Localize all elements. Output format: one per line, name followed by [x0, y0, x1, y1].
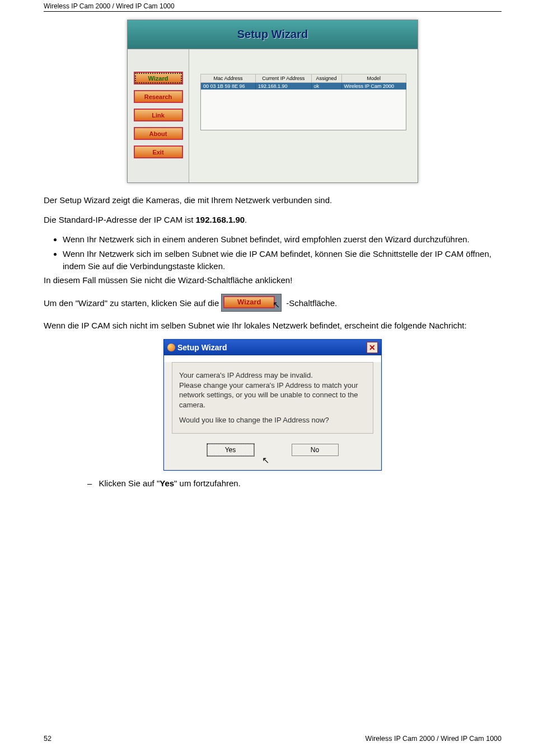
- ip-warning-dialog: Setup Wizard ✕ Your camera's IP Address …: [163, 339, 382, 471]
- text: Um den "Wizard" zu starten, klicken Sie …: [44, 297, 219, 309]
- dialog-message: Your camera's IP Address may be invalid.…: [172, 362, 373, 434]
- text: .: [245, 215, 247, 224]
- close-button[interactable]: ✕: [367, 342, 378, 353]
- wizard-body: Wizard Research Link About Exit Mac Addr…: [127, 49, 418, 183]
- yes-button[interactable]: Yes: [207, 444, 254, 456]
- th-ip: Current IP Address: [256, 74, 312, 83]
- wizard-button[interactable]: Wizard: [223, 296, 275, 308]
- text: Die Standard-IP-Adresse der IP CAM ist: [44, 215, 196, 224]
- sidebar-about-button[interactable]: About: [134, 127, 183, 140]
- camera-table: Mac Address Current IP Address Assigned …: [200, 74, 406, 130]
- sidebar-exit-button[interactable]: Exit: [134, 145, 183, 158]
- paragraph: Der Setup Wizard zeigt die Kameras, die …: [44, 194, 502, 206]
- text: -Schaltfläche.: [286, 297, 337, 309]
- wizard-start-line: Um den "Wizard" zu starten, klicken Sie …: [44, 294, 502, 312]
- cursor-icon: ↖: [262, 455, 269, 466]
- content: Setup Wizard Wizard Research Link About …: [0, 12, 534, 488]
- wizard-main: Mac Address Current IP Address Assigned …: [189, 49, 418, 182]
- bullet-list: Wenn Ihr Netzwerk sich in einem anderen …: [63, 233, 502, 272]
- cell-mac: 00 03 1B 59 8E 96: [201, 83, 256, 90]
- cell-assigned: ok: [311, 83, 341, 90]
- text: Klicken Sie auf ": [99, 478, 160, 488]
- dialog-titlebar: Setup Wizard ✕: [164, 340, 381, 355]
- yes-bold: Yes: [160, 478, 174, 488]
- page-number: 52: [44, 735, 51, 743]
- th-mac: Mac Address: [201, 74, 256, 83]
- footer-text: Wireless IP Cam 2000 / Wired IP Cam 1000: [366, 735, 502, 743]
- sidebar-wizard-button[interactable]: Wizard: [134, 72, 183, 84]
- cell-model: Wireless IP Cam 2000: [341, 83, 406, 90]
- sidebar-link-button[interactable]: Link: [134, 109, 183, 121]
- setup-wizard-window: Setup Wizard Wizard Research Link About …: [127, 20, 418, 183]
- paragraph: Wenn die IP CAM sich nicht im selben Sub…: [44, 320, 502, 331]
- th-assigned: Assigned: [311, 74, 341, 83]
- table-row[interactable]: 00 03 1B 59 8E 96 192.168.1.90 ok Wirele…: [201, 83, 406, 90]
- dialog-line: Your camera's IP Address may be invalid.: [179, 370, 366, 381]
- cursor-icon: ↖: [273, 299, 280, 311]
- dialog-line: Would you like to change the IP Address …: [179, 415, 366, 425]
- th-model: Model: [341, 74, 406, 83]
- dialog-body: Your camera's IP Address may be invalid.…: [164, 362, 381, 470]
- paragraph: Die Standard-IP-Adresse der IP CAM ist 1…: [44, 214, 502, 226]
- app-icon: [167, 344, 175, 351]
- dash-item: Klicken Sie auf "Yes" um fortzufahren.: [99, 478, 502, 488]
- paragraph: In diesem Fall müssen Sie nicht die Wiza…: [44, 274, 502, 286]
- default-ip: 192.168.1.90: [196, 215, 245, 224]
- wizard-sidebar: Wizard Research Link About Exit: [128, 49, 189, 182]
- dialog-line: Please change your camera's IP Address t…: [179, 381, 366, 410]
- dialog-button-row: Yes ↖ No: [164, 440, 381, 470]
- no-button[interactable]: No: [292, 444, 339, 456]
- sidebar-research-button[interactable]: Research: [134, 90, 183, 103]
- close-icon: ✕: [369, 343, 376, 352]
- cell-ip: 192.168.1.90: [256, 83, 312, 90]
- dialog-title: Setup Wizard: [177, 343, 227, 352]
- inline-wizard-button-image: Wizard ↖: [221, 294, 282, 312]
- list-item: Wenn Ihr Netzwerk sich im selben Subnet …: [63, 248, 502, 273]
- wizard-banner: Setup Wizard: [127, 20, 418, 49]
- list-item: Wenn Ihr Netzwerk sich in einem anderen …: [63, 233, 502, 246]
- header-title: Wireless IP Cam 2000 / Wired IP Cam 1000: [44, 2, 175, 10]
- text: " um fortzufahren.: [174, 478, 241, 488]
- page-header: Wireless IP Cam 2000 / Wired IP Cam 1000: [44, 0, 502, 12]
- table-header-row: Mac Address Current IP Address Assigned …: [201, 74, 406, 83]
- page-footer: 52 Wireless IP Cam 2000 / Wired IP Cam 1…: [44, 735, 502, 743]
